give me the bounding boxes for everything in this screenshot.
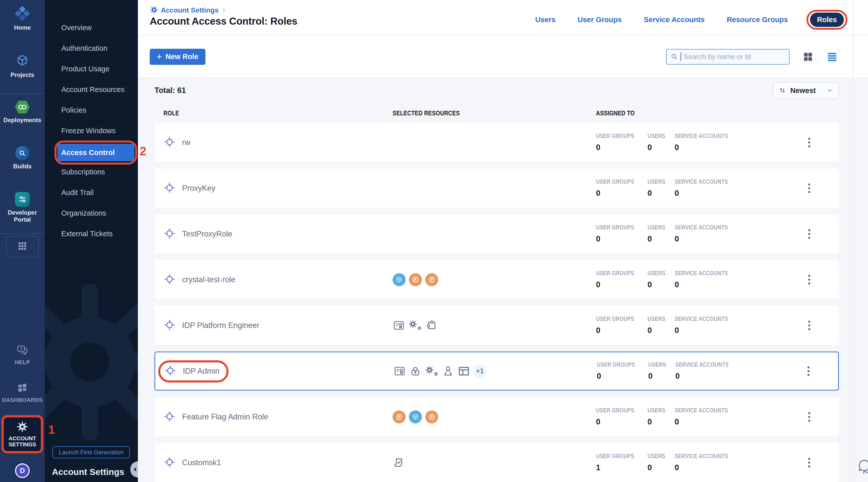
settings-item-freeze-windows[interactable]: Freeze Windows <box>61 125 116 136</box>
settings-item-access-control[interactable]: Access Control <box>57 144 134 161</box>
tab-resource-groups[interactable]: Resource Groups <box>727 16 788 24</box>
collapse-panel-button[interactable] <box>130 461 138 478</box>
role-row[interactable]: Customsk1 USER GROUPS 1 USERS 0 SERVICE … <box>154 443 839 482</box>
role-crosshair-icon <box>163 182 176 195</box>
chat-bubbles-icon <box>856 459 868 474</box>
sidebar-item-builds[interactable]: Builds <box>0 146 45 170</box>
sidebar-item-developer-portal[interactable]: Developer Portal <box>0 192 45 223</box>
text-caret <box>681 53 681 61</box>
sidebar-item-help[interactable]: ? HELP <box>0 345 45 366</box>
document-check-resource-icon <box>393 456 405 469</box>
settings-item-overview[interactable]: Overview <box>61 22 92 33</box>
settings-item-policies[interactable]: Policies <box>61 104 86 116</box>
sort-dropdown[interactable]: Newest <box>773 82 839 99</box>
search-input[interactable] <box>684 53 785 61</box>
role-crosshair-icon <box>163 273 176 286</box>
list-view-button[interactable] <box>826 52 838 62</box>
assigned-to: USER GROUPS 0 USERS 0 SERVICE ACCOUNTS 0 <box>593 361 803 381</box>
settings-item-product-usage[interactable]: Product Usage <box>61 63 110 74</box>
tab-user-groups[interactable]: User Groups <box>578 16 622 24</box>
layout-resource-icon <box>458 365 470 378</box>
role-row[interactable]: IDP Admin +1 USER GROUPS 0 USERS 0 <box>154 352 839 391</box>
panel-title: Account Settings <box>52 467 124 477</box>
gear-icon <box>150 5 158 15</box>
annotation-step-1: 1 <box>48 423 55 436</box>
user-groups-count: 0 <box>596 326 648 335</box>
role-name: Feature Flag Admin Role <box>182 412 268 421</box>
sidebar-item-home[interactable]: Home <box>0 7 45 31</box>
role-name: IDP Admin <box>183 367 219 376</box>
role-row[interactable]: Feature Flag Admin Role USER GROUPS 0 US… <box>154 397 839 436</box>
service-accounts-count: 0 <box>675 326 735 335</box>
service-accounts-count: 0 <box>675 280 735 289</box>
sidebar-item-deployments[interactable]: Deployments <box>0 100 45 124</box>
selected-resources: +1 <box>393 365 593 378</box>
row-menu-button[interactable] <box>804 134 815 151</box>
content-edge-divider <box>853 0 854 482</box>
svg-text:?: ? <box>20 346 23 351</box>
assigned-to: USER GROUPS 1 USERS 0 SERVICE ACCOUNTS 0 <box>592 453 804 472</box>
role-name: TestProxyRole <box>182 230 232 239</box>
settings-item-account-resources[interactable]: Account Resources <box>61 84 124 95</box>
row-menu-button[interactable] <box>804 454 815 471</box>
gears-resource-icon <box>408 319 422 332</box>
sidebar-item-projects[interactable]: Projects <box>0 53 45 79</box>
sidebar-item-label: HELP <box>15 359 30 366</box>
sidebar-item-label: Projects <box>10 71 34 79</box>
settings-item-external-tickets[interactable]: External Tickets <box>61 228 113 239</box>
main-area: Account Settings Account Access Control:… <box>138 0 868 482</box>
nav-tabs: UsersUser GroupsService AccountsResource… <box>535 12 844 27</box>
sidebar-item-label: SETTINGS <box>8 441 36 448</box>
role-crosshair-icon <box>163 136 176 149</box>
column-headers: ROLE SELECTED RESOURCES ASSIGNED TO <box>154 109 839 117</box>
role-crosshair-icon <box>163 319 176 332</box>
chat-support-button[interactable] <box>856 459 868 475</box>
role-name: ProxyKey <box>182 184 216 193</box>
tab-roles[interactable]: Roles <box>810 12 844 27</box>
annotation-step-2: 2 <box>140 144 147 158</box>
role-row[interactable]: ProxyKey USER GROUPS 0 USERS 0 SERVICE A… <box>154 169 839 208</box>
row-menu-button[interactable] <box>804 409 815 425</box>
grid-view-button[interactable] <box>803 52 813 62</box>
row-menu-button[interactable] <box>804 226 815 242</box>
home-icon <box>14 6 31 23</box>
tab-users[interactable]: Users <box>535 16 556 24</box>
settings-item-organizations[interactable]: Organizations <box>61 208 106 219</box>
column-role: ROLE <box>163 110 179 117</box>
breadcrumb-link[interactable]: Account Settings <box>161 6 218 14</box>
role-row[interactable]: TestProxyRole USER GROUPS 0 USERS 0 SERV… <box>154 214 839 253</box>
service-accounts-count: 0 <box>675 143 735 152</box>
sidebar-item-label: Builds <box>13 163 31 170</box>
launch-first-generation-button[interactable]: Launch First Generation <box>53 446 130 458</box>
page: Home Projects Deployments <box>0 0 868 482</box>
lock-resource-icon <box>409 365 422 378</box>
settings-item-subscriptions[interactable]: Subscriptions <box>61 167 105 177</box>
role-crosshair-icon <box>163 456 176 469</box>
new-role-button[interactable]: + New Role <box>150 49 206 65</box>
tab-service-accounts[interactable]: Service Accounts <box>644 16 705 24</box>
selected-resources <box>393 456 592 469</box>
sidebar-item-label: DASHBOARDS <box>2 397 43 403</box>
row-menu-button[interactable] <box>804 180 815 197</box>
settings-item-audit-trail[interactable]: Audit Trail <box>61 187 94 198</box>
assigned-to: USER GROUPS 0 USERS 0 SERVICE ACCOUNTS 0 <box>592 178 804 198</box>
user-avatar[interactable]: D <box>15 463 30 478</box>
sidebar-item-label: ACCOUNT <box>8 435 36 442</box>
users-count: 0 <box>648 189 675 198</box>
role-row[interactable]: crystal-test-role USER GROUPS 0 USERS 0 … <box>154 260 839 299</box>
users-count: 0 <box>648 280 675 289</box>
row-menu-button[interactable] <box>804 317 815 334</box>
breadcrumb: Account Settings <box>150 5 226 15</box>
user-groups-count: 0 <box>596 189 648 198</box>
ci-cd-resource-icon <box>393 273 406 286</box>
role-row[interactable]: IDP Platform Engineer USER GROUPS 0 USER… <box>154 306 839 345</box>
sidebar-item-account-settings[interactable]: ACCOUNT SETTINGS <box>1 415 43 453</box>
module-picker-button[interactable] <box>6 236 39 257</box>
settings-item-authentication[interactable]: Authentication <box>61 43 107 54</box>
row-menu-button[interactable] <box>804 271 815 288</box>
role-row[interactable]: rw USER GROUPS 0 USERS 0 SERVICE ACCOUNT… <box>154 123 839 162</box>
user-groups-count: 0 <box>596 280 648 289</box>
sidebar-item-dashboards[interactable]: DASHBOARDS <box>0 383 45 403</box>
role-name: rw <box>182 138 190 147</box>
row-menu-button[interactable] <box>803 363 814 380</box>
